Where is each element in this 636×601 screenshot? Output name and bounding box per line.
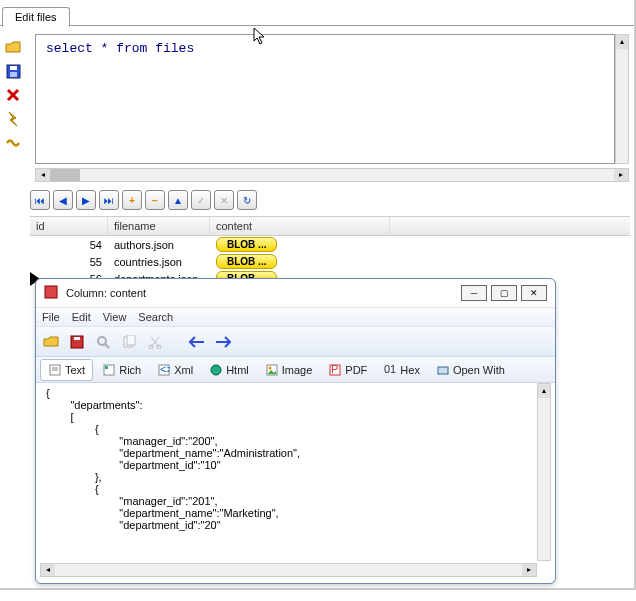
nav-commit-button[interactable]: ✓ xyxy=(191,190,211,210)
cell-filename: countries.json xyxy=(108,255,210,269)
svg-point-21 xyxy=(268,366,271,369)
tab-text-label: Text xyxy=(65,364,85,376)
menu-view[interactable]: View xyxy=(103,311,127,323)
tab-hex[interactable]: 010Hex xyxy=(376,360,427,380)
column-content-dialog: Column: content ─ ▢ ✕ File Edit View Sea… xyxy=(35,278,556,584)
maximize-button[interactable]: ▢ xyxy=(491,285,517,301)
tab-text[interactable]: Text xyxy=(40,359,93,381)
xml-icon: <> xyxy=(157,363,171,377)
tab-html-label: Html xyxy=(226,364,249,376)
tab-openwith-label: Open With xyxy=(453,364,505,376)
script-icon[interactable] xyxy=(4,134,22,152)
tab-edit-files[interactable]: Edit files xyxy=(2,7,70,27)
nav-up-button[interactable]: ▲ xyxy=(168,190,188,210)
blob-button[interactable]: BLOB ... xyxy=(216,237,277,252)
tab-html[interactable]: Html xyxy=(202,360,256,380)
scroll-track[interactable] xyxy=(80,169,614,181)
scroll-thumb[interactable] xyxy=(50,169,80,181)
svg-rect-1 xyxy=(10,66,17,70)
side-toolbar xyxy=(4,38,28,152)
tab-pdf-label: PDF xyxy=(345,364,367,376)
save-icon[interactable] xyxy=(68,333,86,351)
svg-text:<>: <> xyxy=(160,364,170,375)
pdf-icon: P xyxy=(328,363,342,377)
scroll-right-icon[interactable]: ▸ xyxy=(522,564,536,576)
dialog-tabbar: Text Rich <>Xml Html Image PPDF 010Hex O… xyxy=(36,357,555,383)
editor-hscrollbar[interactable]: ◂ ▸ xyxy=(35,168,629,182)
scroll-track[interactable] xyxy=(55,564,522,576)
dialog-icon xyxy=(44,285,60,301)
menu-edit[interactable]: Edit xyxy=(72,311,91,323)
run-icon[interactable] xyxy=(4,110,22,128)
tab-openwith[interactable]: Open With xyxy=(429,360,512,380)
svg-rect-25 xyxy=(438,367,448,374)
tab-image-label: Image xyxy=(282,364,313,376)
table-row[interactable]: 54 authors.json BLOB ... xyxy=(30,236,630,253)
image-icon xyxy=(265,363,279,377)
cell-id: 54 xyxy=(30,238,108,252)
tab-xml[interactable]: <>Xml xyxy=(150,360,200,380)
tab-xml-label: Xml xyxy=(174,364,193,376)
table-row[interactable]: 55 countries.json BLOB ... xyxy=(30,253,630,270)
hex-icon: 010 xyxy=(383,363,397,377)
tab-rich[interactable]: Rich xyxy=(95,360,148,380)
tab-image[interactable]: Image xyxy=(258,360,320,380)
window-border-bottom xyxy=(0,588,636,590)
nav-cancel-button[interactable]: ✕ xyxy=(214,190,234,210)
dialog-titlebar[interactable]: Column: content ─ ▢ ✕ xyxy=(36,279,555,307)
grid-header: id filename content xyxy=(30,217,630,236)
nav-add-button[interactable]: + xyxy=(122,190,142,210)
cell-content: BLOB ... xyxy=(210,236,290,253)
nav-next-button[interactable]: ▶ xyxy=(76,190,96,210)
results-grid: id filename content 54 authors.json BLOB… xyxy=(30,216,630,287)
openwith-icon xyxy=(436,363,450,377)
cell-id: 55 xyxy=(30,255,108,269)
cut-icon[interactable] xyxy=(146,333,164,351)
col-header-id[interactable]: id xyxy=(30,217,108,235)
copy-icon[interactable] xyxy=(120,333,138,351)
save-icon[interactable] xyxy=(4,62,22,80)
rich-icon xyxy=(102,363,116,377)
blob-button[interactable]: BLOB ... xyxy=(216,254,277,269)
nav-refresh-button[interactable]: ↻ xyxy=(237,190,257,210)
scroll-right-icon[interactable]: ▸ xyxy=(614,169,628,181)
nav-toolbar: ⏮ ◀ ▶ ⏭ + − ▲ ✓ ✕ ↻ xyxy=(30,190,257,212)
cell-filename: authors.json xyxy=(108,238,210,252)
svg-point-6 xyxy=(98,337,106,345)
tab-rich-label: Rich xyxy=(119,364,141,376)
text-icon xyxy=(48,363,62,377)
menu-file[interactable]: File xyxy=(42,311,60,323)
menu-search[interactable]: Search xyxy=(138,311,173,323)
back-icon[interactable] xyxy=(188,333,206,351)
tab-pdf[interactable]: PPDF xyxy=(321,360,374,380)
nav-first-button[interactable]: ⏮ xyxy=(30,190,50,210)
dialog-hscrollbar[interactable]: ◂ ▸ xyxy=(40,563,537,577)
folder-open-icon[interactable] xyxy=(4,38,22,56)
svg-rect-16 xyxy=(105,366,108,369)
scroll-up-icon[interactable]: ▴ xyxy=(616,35,628,49)
dialog-menubar: File Edit View Search xyxy=(36,307,555,327)
scroll-left-icon[interactable]: ◂ xyxy=(41,564,55,576)
forward-icon[interactable] xyxy=(214,333,232,351)
tab-hex-label: Hex xyxy=(400,364,420,376)
svg-rect-2 xyxy=(10,72,17,77)
dialog-vscrollbar[interactable]: ▴ xyxy=(537,383,551,561)
cell-content: BLOB ... xyxy=(210,253,290,270)
scroll-up-icon[interactable]: ▴ xyxy=(538,384,550,398)
open-icon[interactable] xyxy=(42,333,60,351)
nav-last-button[interactable]: ⏭ xyxy=(99,190,119,210)
close-button[interactable]: ✕ xyxy=(521,285,547,301)
editor-vscrollbar[interactable]: ▴ xyxy=(615,34,629,164)
col-header-filename[interactable]: filename xyxy=(108,217,210,235)
scroll-left-icon[interactable]: ◂ xyxy=(36,169,50,181)
minimize-button[interactable]: ─ xyxy=(461,285,487,301)
sql-editor[interactable]: select * from files xyxy=(35,34,615,164)
nav-prev-button[interactable]: ◀ xyxy=(53,190,73,210)
col-header-content[interactable]: content xyxy=(210,217,390,235)
dialog-title: Column: content xyxy=(66,287,457,299)
delete-icon[interactable] xyxy=(4,86,22,104)
dialog-text-content[interactable]: { "departments": [ { "manager_id":"200",… xyxy=(40,383,537,561)
nav-remove-button[interactable]: − xyxy=(145,190,165,210)
svg-point-19 xyxy=(211,365,221,375)
search-icon[interactable] xyxy=(94,333,112,351)
